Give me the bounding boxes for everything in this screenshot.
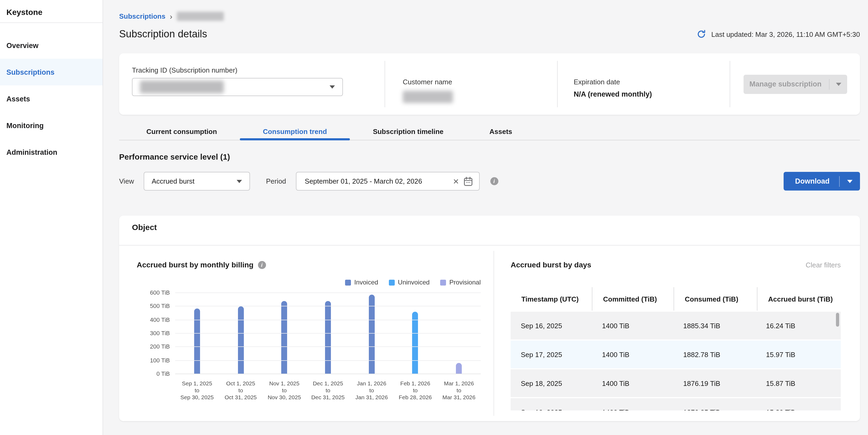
grid-line <box>175 347 481 347</box>
table-body: Sep 16, 2025 1400 TiB 1885.34 TiB 16.24 … <box>510 312 841 410</box>
tracking-id-redacted-value <box>140 80 224 93</box>
calendar-icon[interactable] <box>463 176 472 186</box>
y-tick-label: 300 TiB <box>150 330 170 336</box>
sidebar-item-administration[interactable]: Administration <box>0 139 102 165</box>
period-info-icon[interactable]: i <box>490 177 498 185</box>
legend-item-invoiced: Invoiced <box>345 279 378 286</box>
chart-info-icon[interactable]: i <box>258 261 266 269</box>
cell-accrued: 15.80 TiB <box>756 408 839 410</box>
y-tick-label: 400 TiB <box>150 316 170 323</box>
table-scrollbar-thumb[interactable] <box>836 313 839 327</box>
x-tick-label: Oct 1, 2025toOct 31, 2025 <box>219 380 262 401</box>
page-title: Subscription details <box>119 28 207 40</box>
manage-subscription-button[interactable]: Manage subscription <box>744 74 847 94</box>
tab-assets[interactable]: Assets <box>467 123 535 140</box>
column-header-timestamp[interactable]: Timestamp (UTC) <box>510 295 592 303</box>
chart-bar <box>456 363 462 374</box>
clear-filters-button[interactable]: Clear filters <box>806 261 841 269</box>
column-header-consumed[interactable]: Consumed (TiB) <box>674 295 757 303</box>
table-row[interactable]: Sep 18, 2025 1400 TiB 1876.19 TiB 15.87 … <box>510 369 841 397</box>
section-title: Performance service level (1) <box>119 152 860 161</box>
view-label: View <box>119 177 134 185</box>
invoiced-swatch-icon <box>345 279 351 285</box>
tab-subscription-timeline[interactable]: Subscription timeline <box>350 123 466 140</box>
sidebar-item-subscriptions[interactable]: Subscriptions <box>0 59 102 86</box>
view-select[interactable]: Accrued burst <box>144 172 250 191</box>
y-axis-labels: 0 TiB100 TiB200 TiB300 TiB400 TiB500 TiB… <box>137 293 170 374</box>
grid-line <box>175 293 481 293</box>
tracking-id-select[interactable] <box>132 78 343 96</box>
breadcrumb-subscriptions-link[interactable]: Subscriptions <box>119 12 165 20</box>
object-card: Object Accrued burst by monthly billing … <box>119 215 860 421</box>
grid-line <box>175 374 481 374</box>
tab-consumption-trend[interactable]: Consumption trend <box>240 123 350 140</box>
cell-consumed: 1882.78 TiB <box>673 350 756 359</box>
chevron-down-icon <box>330 86 335 89</box>
chart-bar <box>281 301 287 374</box>
sidebar-nav: Overview Subscriptions Assets Monitoring… <box>0 32 102 165</box>
cell-timestamp: Sep 16, 2025 <box>510 322 592 330</box>
chart-bar <box>412 312 418 374</box>
main-content: Subscriptions › Subscription details Las… <box>103 0 868 435</box>
grid-line <box>175 360 481 361</box>
breadcrumb-chevron-icon: › <box>169 12 172 21</box>
view-select-value: Accrued burst <box>152 177 194 185</box>
x-tick-label: Feb 1, 2026toFeb 28, 2026 <box>394 380 437 401</box>
app-brand: Keystone <box>0 0 102 23</box>
clear-period-icon[interactable]: ✕ <box>449 177 463 186</box>
divider <box>829 79 830 90</box>
refresh-icon[interactable] <box>696 29 706 39</box>
cell-committed: 1400 TiB <box>592 322 673 330</box>
x-tick-label: Jan 1, 2026toJan 31, 2026 <box>350 380 394 401</box>
sidebar-item-assets[interactable]: Assets <box>0 86 102 112</box>
legend-item-uninvoiced: Uninvoiced <box>389 279 430 286</box>
sidebar-item-monitoring[interactable]: Monitoring <box>0 112 102 139</box>
chart-section: Accrued burst by monthly billing i Invoi… <box>119 245 494 421</box>
x-axis-labels: Sep 1, 2025toSep 30, 2025Oct 1, 2025toOc… <box>175 380 481 401</box>
cell-timestamp: Sep 18, 2025 <box>510 379 592 387</box>
grid-line <box>175 320 481 320</box>
cell-timestamp: Sep 17, 2025 <box>510 350 592 359</box>
last-updated-text: Last updated: Mar 3, 2026, 11:10 AM GMT+… <box>711 30 860 38</box>
chart-legend: Invoiced Uninvoiced Provisional <box>137 279 481 286</box>
bar-chart: 0 TiB100 TiB200 TiB300 TiB400 TiB500 TiB… <box>137 289 481 412</box>
download-options-caret[interactable] <box>840 172 860 191</box>
chart-bar <box>238 306 244 374</box>
cell-accrued: 16.24 TiB <box>756 322 839 330</box>
table-row[interactable]: Sep 16, 2025 1400 TiB 1885.34 TiB 16.24 … <box>510 312 841 339</box>
table-row[interactable]: Sep 19, 2025 1400 TiB 1870.85 TiB 15.80 … <box>510 398 841 410</box>
table-title: Accrued burst by days <box>510 261 591 269</box>
legend-label: Provisional <box>450 279 481 286</box>
period-value: September 01, 2025 - March 02, 2026 <box>305 177 422 185</box>
object-section-title: Object <box>119 215 860 245</box>
period-input[interactable]: September 01, 2025 - March 02, 2026 ✕ <box>296 172 479 191</box>
subscription-summary-card: Tracking ID (Subscription number) Custom… <box>119 54 860 115</box>
sidebar-item-overview[interactable]: Overview <box>0 32 102 59</box>
expiration-date-value: N/A (renewed monthly) <box>574 90 730 98</box>
y-tick-label: 200 TiB <box>150 343 170 350</box>
manage-subscription-label: Manage subscription <box>749 80 822 88</box>
uninvoiced-swatch-icon <box>389 279 395 285</box>
table-header: Timestamp (UTC) Committed (TiB) Consumed… <box>510 287 841 311</box>
cell-accrued: 15.87 TiB <box>756 379 839 387</box>
grid-line <box>175 306 481 307</box>
table-row[interactable]: Sep 17, 2025 1400 TiB 1882.78 TiB 15.97 … <box>510 340 841 368</box>
legend-label: Uninvoiced <box>398 279 430 286</box>
cell-consumed: 1885.34 TiB <box>673 322 756 330</box>
chart-title: Accrued burst by monthly billing <box>137 261 253 269</box>
cell-consumed: 1876.19 TiB <box>673 379 756 387</box>
column-header-committed[interactable]: Committed (TiB) <box>592 295 674 303</box>
download-button[interactable]: Download <box>783 172 860 191</box>
cell-timestamp: Sep 19, 2025 <box>510 408 592 410</box>
sidebar: Keystone Overview Subscriptions Assets M… <box>0 0 103 435</box>
x-tick-label: Sep 1, 2025toSep 30, 2025 <box>175 380 219 401</box>
tab-current-consumption[interactable]: Current consumption <box>123 123 240 140</box>
y-tick-label: 100 TiB <box>150 357 170 363</box>
breadcrumb-redacted-value <box>177 12 223 21</box>
y-tick-label: 600 TiB <box>150 289 170 296</box>
y-tick-label: 500 TiB <box>150 303 170 309</box>
column-header-accrued-burst[interactable]: Accrued burst (TiB) <box>757 295 841 303</box>
tab-bar: Current consumption Consumption trend Su… <box>119 123 860 140</box>
customer-name-redacted-value <box>403 91 453 103</box>
cell-committed: 1400 TiB <box>592 350 673 359</box>
